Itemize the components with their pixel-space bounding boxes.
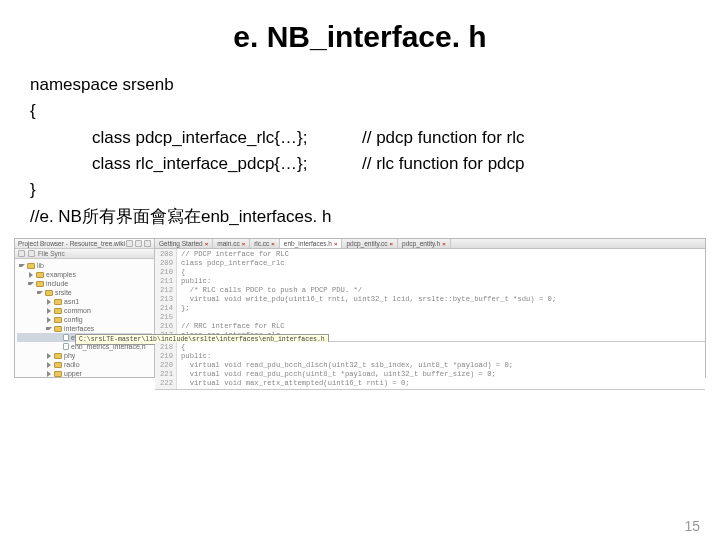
twisty-icon[interactable] — [46, 299, 52, 305]
tab-label: enb_interfaces.h — [284, 240, 332, 247]
folder-icon — [54, 353, 62, 359]
slide-body: namespace srsenb { class pdcp_interface_… — [0, 72, 720, 230]
editor-bottom-pane[interactable]: 218 219 220 221 222 { public: virtual vo… — [155, 342, 705, 390]
folder-icon — [54, 326, 62, 332]
tab-close-icon[interactable]: × — [334, 241, 338, 247]
editor-tab[interactable]: rlc.cc× — [250, 239, 280, 248]
code-comment-1: // pdcp function for rlc — [362, 125, 525, 151]
tree-folder[interactable]: config — [17, 315, 152, 324]
code-line-ns: namespace srsenb — [30, 72, 690, 98]
folder-icon — [54, 308, 62, 314]
code-decl-2: class rlc_interface_pdcp{…}; — [92, 151, 362, 177]
tab-label: pdcp_entity.h — [402, 240, 440, 247]
tree-folder[interactable]: include — [17, 279, 152, 288]
tab-label: main.cc — [217, 240, 239, 247]
folder-icon — [36, 281, 44, 287]
ide-sidebar: Project Browser - Resource_tree.wiki Fil… — [15, 239, 155, 377]
code-area[interactable]: // PDCP interface for RLC class pdcp_int… — [177, 249, 560, 341]
tree-label: common — [64, 306, 91, 315]
code-area[interactable]: { public: virtual void read_pdu_bcch_dls… — [177, 342, 517, 389]
code-comment-2: // rlc function for pdcp — [362, 151, 525, 177]
panel-close-icon[interactable] — [144, 240, 151, 247]
folder-icon — [54, 317, 62, 323]
project-browser-title: Project Browser - Resource_tree.wiki — [18, 240, 125, 247]
page-title: e. NB_interface. h — [0, 0, 720, 72]
code-line-brace-close: } — [30, 177, 690, 203]
tree-label: examples — [46, 270, 76, 279]
tree-label: config — [64, 315, 83, 324]
tree-folder[interactable]: asn1 — [17, 297, 152, 306]
editor-tab[interactable]: Getting Started× — [155, 239, 213, 248]
tab-close-icon[interactable]: × — [242, 241, 246, 247]
ide-editor-area: Getting Started×main.cc×rlc.cc×enb_inter… — [155, 239, 705, 377]
tree-folder[interactable]: radio — [17, 360, 152, 369]
tree-label: srslte — [55, 288, 72, 297]
twisty-icon[interactable] — [28, 272, 34, 278]
tree-label: asn1 — [64, 297, 79, 306]
project-browser-header: Project Browser - Resource_tree.wiki — [15, 239, 154, 249]
folder-icon — [27, 263, 35, 269]
panel-icon[interactable] — [135, 240, 142, 247]
tab-close-icon[interactable]: × — [442, 241, 446, 247]
editor-top-pane[interactable]: 208 209 210 211 212 213 214 215 216 217 … — [155, 249, 705, 342]
file-icon — [63, 343, 69, 350]
twisty-icon[interactable] — [46, 308, 52, 314]
twisty-icon[interactable] — [46, 326, 52, 332]
twisty-icon[interactable] — [46, 317, 52, 323]
line-gutter: 208 209 210 211 212 213 214 215 216 217 — [155, 249, 177, 341]
code-note: //e. NB所有界面會寫在enb_interfaces. h — [30, 204, 690, 230]
file-icon — [63, 334, 69, 341]
editor-tab[interactable]: pdcp_entity.cc× — [342, 239, 398, 248]
tab-label: Getting Started — [159, 240, 203, 247]
nav-fwd-icon[interactable] — [28, 250, 35, 257]
tree-folder[interactable]: examples — [17, 270, 152, 279]
folder-icon — [54, 362, 62, 368]
twisty-icon[interactable] — [19, 263, 25, 269]
twisty-icon[interactable] — [46, 353, 52, 359]
tree-folder[interactable]: srslte — [17, 288, 152, 297]
ide-screenshot: Project Browser - Resource_tree.wiki Fil… — [14, 238, 706, 378]
sidebar-toolbar: File Sync — [15, 249, 154, 259]
editor-tab[interactable]: pdcp_entity.h× — [398, 239, 451, 248]
tree-folder[interactable]: lib — [17, 261, 152, 270]
tab-label: rlc.cc — [254, 240, 269, 247]
folder-icon — [54, 371, 62, 377]
tree-label: phy — [64, 351, 75, 360]
nav-back-icon[interactable] — [18, 250, 25, 257]
line-gutter: 218 219 220 221 222 — [155, 342, 177, 389]
editor-tab[interactable]: main.cc× — [213, 239, 250, 248]
folder-icon — [54, 299, 62, 305]
tab-close-icon[interactable]: × — [205, 241, 209, 247]
tab-close-icon[interactable]: × — [390, 241, 394, 247]
folder-icon — [36, 272, 44, 278]
filesync-label: File Sync — [38, 250, 65, 257]
tree-label: include — [46, 279, 68, 288]
code-line-brace-open: { — [30, 98, 690, 124]
folder-icon — [45, 290, 53, 296]
tree-folder[interactable]: upper — [17, 369, 152, 377]
tree-label: interfaces — [64, 324, 94, 333]
file-tree[interactable]: libexamplesincludesrslteasn1commonconfig… — [15, 259, 154, 377]
tree-label: upper — [64, 369, 82, 377]
editor-tab[interactable]: enb_interfaces.h× — [280, 239, 343, 248]
code-decl-1: class pdcp_interface_rlc{…}; — [92, 125, 362, 151]
tab-close-icon[interactable]: × — [271, 241, 275, 247]
twisty-icon[interactable] — [28, 281, 34, 287]
twisty-icon[interactable] — [46, 362, 52, 368]
panel-icon[interactable] — [126, 240, 133, 247]
tree-folder[interactable]: common — [17, 306, 152, 315]
tree-label: radio — [64, 360, 80, 369]
tab-label: pdcp_entity.cc — [346, 240, 387, 247]
tree-label: lib — [37, 261, 44, 270]
page-number: 15 — [684, 518, 700, 534]
editor-tabs: Getting Started×main.cc×rlc.cc×enb_inter… — [155, 239, 705, 249]
twisty-icon[interactable] — [46, 371, 52, 377]
twisty-icon[interactable] — [37, 290, 43, 296]
tree-folder[interactable]: interfaces — [17, 324, 152, 333]
tree-folder[interactable]: phy — [17, 351, 152, 360]
